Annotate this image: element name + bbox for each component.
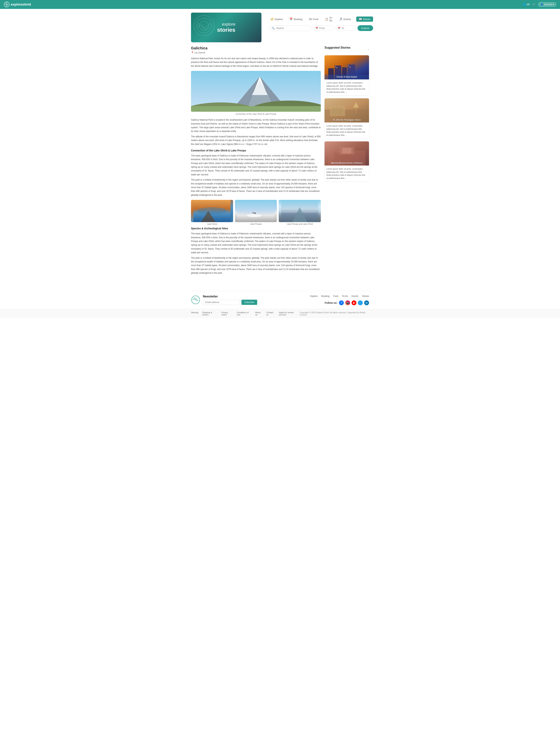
footer-top: Newsletter Subscribe Explore Booking Foo… xyxy=(189,291,371,309)
header: exploreohrid 🌐 MK 🛒 👤 Account ▾ xyxy=(0,0,560,9)
gallery-image-1 xyxy=(191,200,233,222)
footer-conditions[interactable]: Conditions of Use xyxy=(237,311,251,316)
tab-food-label: Food xyxy=(313,18,318,21)
stories-icon: 📖 xyxy=(359,18,362,21)
logo-text: exploreohrid xyxy=(11,3,31,6)
card-2-image-label: St. John the Theologian- Kaneo xyxy=(333,119,361,121)
tab-stories-label: Stories xyxy=(363,18,370,21)
from-date-wrapper: 📅 xyxy=(313,25,333,31)
newsletter-subscribe-button[interactable]: Subscribe xyxy=(241,300,257,305)
twitter-icon[interactable]: 🐦 xyxy=(358,300,363,305)
card-2-text: Lorem ipsum dolor sit amet, consectetur … xyxy=(326,124,367,136)
tab-stories[interactable]: 📖 Stories xyxy=(356,16,373,22)
footer-contact[interactable]: Contact us xyxy=(266,311,275,316)
to-date-input[interactable] xyxy=(342,27,353,29)
location-pin-icon: 📍 xyxy=(191,52,194,54)
search-input[interactable] xyxy=(276,27,308,29)
instagram-icon[interactable]: 📷 xyxy=(345,300,350,305)
svg-rect-37 xyxy=(356,108,356,113)
hero-stories-text: stories xyxy=(217,27,235,33)
card-1-body: Lorem ipsum dolor sit amet, consectetur … xyxy=(325,79,369,95)
tab-events[interactable]: 🎵 Events xyxy=(338,17,352,21)
card-1-text: Lorem ipsum dolor sit amet, consectetur … xyxy=(326,81,367,94)
svg-point-17 xyxy=(252,212,254,213)
explore-icon: 🧭 xyxy=(270,18,273,21)
tab-booking-label: Booking xyxy=(294,18,303,21)
svg-rect-30 xyxy=(348,66,349,66)
svg-point-1 xyxy=(194,15,214,36)
footer-privacy[interactable]: Privacy notice xyxy=(221,311,233,316)
account-label: Account xyxy=(544,3,552,6)
footer-shipping[interactable]: Shipping & returns xyxy=(202,311,218,316)
card-3-text: Lorem ipsum dolor sit amet, consectetur … xyxy=(326,167,367,180)
footer-nav-events[interactable]: Events xyxy=(352,295,358,297)
svg-rect-42 xyxy=(342,148,351,154)
gallery-caption-2: Lake Prespa xyxy=(250,223,262,225)
article-section1-title: Connection of the Lake Ohrid & Lake Pres… xyxy=(191,149,321,152)
hero-explore-text: explore xyxy=(217,22,235,26)
globe-icon: 🌐 xyxy=(523,3,526,6)
account-icon: 👤 xyxy=(541,3,543,6)
sidebar-title: Suggested Stories xyxy=(325,46,350,50)
article-title: Galichica xyxy=(191,46,321,50)
from-date-input[interactable] xyxy=(319,27,330,29)
footer-copyright: Copyright © 2023 Explore Ohrid. All righ… xyxy=(300,311,369,316)
sidebar: Suggested Stories › xyxy=(325,46,369,278)
account-button[interactable]: 👤 Account ▾ xyxy=(538,2,556,7)
gallery-image-2 xyxy=(235,200,277,222)
footer-vendor[interactable]: Apply for vendor account xyxy=(279,311,300,316)
footer-links: Sitemap Shipping & returns Privacy notic… xyxy=(191,311,300,316)
gallery-item-3: Lake Prespa and Lake Ohrid xyxy=(279,200,321,225)
gallery-caption-1: Lake Ohrid xyxy=(207,223,217,225)
article-location-text: car Samoil xyxy=(195,52,205,54)
svg-point-18 xyxy=(254,212,256,214)
chevron-down-icon: ▾ xyxy=(553,3,554,6)
footer-nav-explore[interactable]: Explore xyxy=(310,295,318,297)
suggested-card-1[interactable]: Church of Saint Sophia Lorem ipsum dolor… xyxy=(325,55,369,95)
hero-banner: explore stories xyxy=(191,13,261,42)
tab-booking[interactable]: 📅 Booking xyxy=(288,17,304,21)
card-3-body: Lorem ipsum dolor sit amet, consectetur … xyxy=(325,166,369,181)
svg-rect-31 xyxy=(350,67,350,68)
booking-icon: 📅 xyxy=(290,18,293,21)
card-2-body: Lorem ipsum dolor sit amet, consectetur … xyxy=(325,122,369,138)
newsletter-email-input[interactable] xyxy=(203,300,240,305)
footer-nav-food[interactable]: Food xyxy=(333,295,338,297)
linkedin-icon[interactable]: in xyxy=(364,300,369,305)
footer-nav-stories[interactable]: Stories xyxy=(362,295,369,297)
follow-us-text: Follow us: xyxy=(325,301,337,304)
content-area: Galichica 📍 car Samoil Galicica National… xyxy=(191,46,369,278)
gallery-item-1: Lake Ohrid xyxy=(191,200,233,225)
footer-sitemap[interactable]: Sitemap xyxy=(191,311,198,316)
header-right: 🌐 MK 🛒 👤 Account ▾ xyxy=(523,2,556,7)
footer-nav-todo[interactable]: To-Do xyxy=(342,295,348,297)
food-icon: 🍽 xyxy=(309,18,312,21)
youtube-icon[interactable]: ▶ xyxy=(352,300,356,305)
image-gallery: Lake Ohrid xyxy=(191,200,321,225)
tab-todo[interactable]: 📋 To-Do xyxy=(324,16,334,23)
suggested-card-2[interactable]: St. John the Theologian- Kaneo Lorem ips… xyxy=(325,98,369,138)
card-3-image: National Museum House of Robevci xyxy=(325,142,369,166)
article-main-image xyxy=(191,71,321,112)
sidebar-arrow-icon[interactable]: › xyxy=(368,47,369,51)
cart-icon[interactable]: 🛒 xyxy=(532,3,536,6)
footer-about[interactable]: About us xyxy=(255,311,262,316)
svg-rect-28 xyxy=(335,67,336,67)
footer-nav-booking[interactable]: Booking xyxy=(321,295,329,297)
hero-section: explore stories 🧭 Explore 📅 Booking 🍽 Fo… xyxy=(191,13,369,42)
footer-newsletter: Newsletter Subscribe xyxy=(191,295,257,305)
card-1-image: Church of Saint Sophia xyxy=(325,55,369,79)
facebook-icon[interactable]: f xyxy=(339,300,344,305)
svg-point-16 xyxy=(247,214,261,217)
language-selector[interactable]: 🌐 MK xyxy=(523,3,530,6)
tab-events-label: Events xyxy=(344,18,351,21)
tab-explore[interactable]: 🧭 Explore xyxy=(269,17,284,21)
explore-search-button[interactable]: Explore xyxy=(357,25,373,31)
tab-food[interactable]: 🍽 Food xyxy=(308,17,320,21)
svg-rect-35 xyxy=(332,108,343,115)
newsletter-content: Newsletter Subscribe xyxy=(203,295,257,305)
suggested-card-3[interactable]: National Museum House of Robevci Lorem i… xyxy=(325,142,369,181)
article-intro: Galicica National Park, known for its ri… xyxy=(191,57,321,68)
card-1-image-label: Church of Saint Sophia xyxy=(337,76,357,78)
site-logo[interactable]: exploreohrid xyxy=(4,1,31,7)
